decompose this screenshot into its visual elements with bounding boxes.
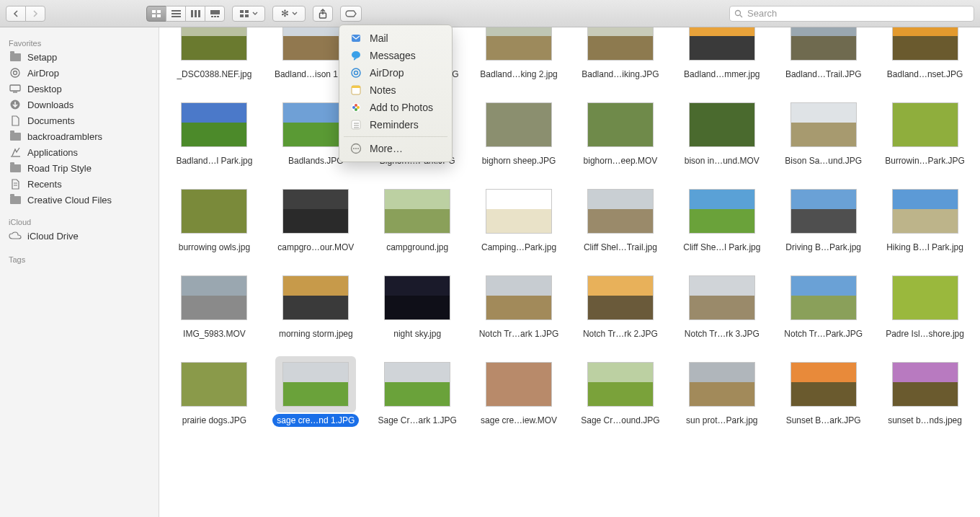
file-item[interactable]: Cliff She…l Park.jpg — [672, 179, 771, 255]
thumbnail-wrap — [275, 356, 356, 412]
thumbnail-wrap — [885, 356, 966, 412]
file-item[interactable]: Badland…mmer.jpg — [672, 27, 771, 82]
file-item[interactable]: Sage Cr…ound.JPG — [571, 352, 670, 428]
file-item[interactable]: Badland…Trail.JPG — [774, 27, 873, 82]
chevron-left-icon — [12, 10, 19, 17]
file-item[interactable]: Bison Sa…und.JPG — [774, 92, 873, 169]
thumbnail — [587, 362, 654, 407]
share-menu-more[interactable]: More… — [339, 140, 452, 157]
gallery-icon — [210, 10, 220, 17]
search-field[interactable] — [729, 6, 974, 22]
file-item[interactable]: campgro…our.MOV — [267, 179, 365, 255]
sidebar-item[interactable]: Recents — [0, 176, 159, 192]
svg-rect-1 — [157, 10, 161, 13]
share-menu-item[interactable]: AirDrop — [339, 64, 452, 81]
sidebar-item[interactable]: Desktop — [0, 81, 159, 97]
share-button[interactable] — [313, 6, 333, 22]
group-by-button[interactable] — [232, 6, 265, 22]
thumbnail — [486, 275, 552, 320]
share-menu-item[interactable]: Add to Photos — [339, 99, 452, 116]
file-item[interactable]: Cliff Shel…Trail.jpg — [571, 179, 670, 255]
file-item[interactable]: Notch Tr…rk 3.JPG — [672, 265, 771, 342]
file-item[interactable]: Badland…nset.JPG — [876, 27, 974, 82]
file-item[interactable]: sage cre…nd 1.JPG — [267, 352, 365, 428]
sidebar-item[interactable]: Downloads — [0, 97, 159, 112]
sidebar-item[interactable]: Setapp — [0, 49, 159, 65]
sidebar-item[interactable]: Applications — [0, 144, 159, 160]
thumbnail — [790, 362, 857, 407]
tags-button[interactable] — [340, 6, 362, 22]
view-mode-buttons — [146, 6, 225, 22]
file-item[interactable]: Badland…king 2.jpg — [470, 27, 569, 82]
file-name: bison in…und.MOV — [680, 154, 764, 167]
share-icon — [318, 9, 327, 19]
file-item[interactable]: morning storm.jpeg — [267, 265, 365, 342]
sidebar-item[interactable]: iCloud Drive — [0, 228, 159, 244]
view-list-button[interactable] — [166, 6, 186, 22]
sidebar-item-label: backroadramblers — [27, 131, 102, 142]
file-item[interactable]: Badland…iking.JPG — [571, 27, 670, 82]
thumbnail — [892, 189, 958, 234]
file-item[interactable]: Driving B…Park.jpg — [774, 179, 873, 255]
action-menu-button[interactable]: ✻ — [272, 6, 306, 22]
file-item[interactable]: Notch Tr…Park.JPG — [774, 265, 873, 342]
file-item[interactable]: burrowing owls.jpg — [165, 179, 264, 255]
file-item[interactable]: Notch Tr…ark 1.JPG — [470, 265, 569, 342]
thumbnail — [587, 102, 654, 147]
file-item[interactable]: Sage Cr…ark 1.JPG — [368, 352, 467, 428]
file-item[interactable]: sun prot…Park.jpg — [672, 352, 771, 428]
file-item[interactable]: Camping…Park.jpg — [470, 179, 569, 255]
file-name: bighorn sheep.JPG — [478, 154, 561, 167]
sidebar-item[interactable]: Road Trip Style — [0, 160, 159, 176]
thumbnail — [790, 189, 857, 234]
view-icons-button[interactable] — [146, 6, 166, 22]
cloud-icon — [9, 230, 22, 242]
file-item[interactable]: bighorn…eep.MOV — [571, 92, 670, 169]
file-item[interactable]: Sunset B…ark.JPG — [774, 352, 873, 428]
sidebar-item[interactable]: backroadramblers — [0, 128, 159, 144]
gear-icon: ✻ — [281, 8, 289, 19]
file-name: prairie dogs.JPG — [178, 414, 251, 427]
file-item[interactable]: prairie dogs.JPG — [165, 352, 264, 428]
downloads-icon — [9, 99, 22, 110]
sidebar-item-label: Setapp — [27, 52, 57, 63]
more-icon — [349, 142, 362, 155]
thumbnail — [689, 275, 755, 320]
share-menu-item[interactable]: Messages — [339, 47, 452, 64]
file-name: Cliff Shel…Trail.jpg — [579, 241, 662, 254]
file-item[interactable]: _DSC0388.NEF.jpg — [165, 27, 264, 82]
file-name: bighorn…eep.MOV — [579, 154, 662, 167]
thumbnail — [892, 275, 958, 320]
share-menu-item[interactable]: Reminders — [339, 116, 452, 133]
file-item[interactable]: Badland…l Park.jpg — [165, 92, 264, 169]
view-columns-button[interactable] — [185, 6, 205, 22]
file-item[interactable]: bison in…und.MOV — [672, 92, 771, 169]
share-menu-item[interactable]: Notes — [339, 81, 452, 99]
file-item[interactable]: night sky.jpg — [368, 265, 467, 342]
thumbnail — [181, 102, 247, 147]
sidebar-item[interactable]: Creative Cloud Files — [0, 192, 159, 208]
share-menu-item[interactable]: Mail — [339, 30, 452, 47]
sidebar-item[interactable]: AirDrop — [0, 65, 159, 81]
file-item[interactable]: bighorn sheep.JPG — [470, 92, 569, 169]
file-item[interactable]: Burrowin…Park.JPG — [876, 92, 974, 169]
sidebar-item[interactable]: Documents — [0, 112, 159, 128]
svg-rect-23 — [10, 85, 20, 91]
share-menu-label: Messages — [370, 50, 416, 61]
file-item[interactable]: IMG_5983.MOV — [165, 265, 264, 342]
file-item[interactable]: campground.jpg — [368, 179, 467, 255]
file-name: Badland…Trail.JPG — [781, 68, 866, 81]
file-item[interactable]: Notch Tr…rk 2.JPG — [571, 265, 670, 342]
forward-button[interactable] — [25, 6, 45, 22]
file-item[interactable]: Padre Isl…shore.jpg — [876, 265, 974, 342]
file-item[interactable]: Hiking B…l Park.jpg — [876, 179, 974, 255]
file-name: campgro…our.MOV — [273, 241, 358, 254]
svg-rect-15 — [245, 10, 249, 13]
file-item[interactable]: sunset b…nds.jpeg — [876, 352, 974, 428]
thumbnail — [282, 189, 349, 234]
view-gallery-button[interactable] — [205, 6, 225, 22]
file-item[interactable]: sage cre…iew.MOV — [470, 352, 569, 428]
search-input[interactable] — [747, 8, 969, 19]
back-button[interactable] — [6, 6, 26, 22]
thumbnail — [790, 27, 857, 61]
